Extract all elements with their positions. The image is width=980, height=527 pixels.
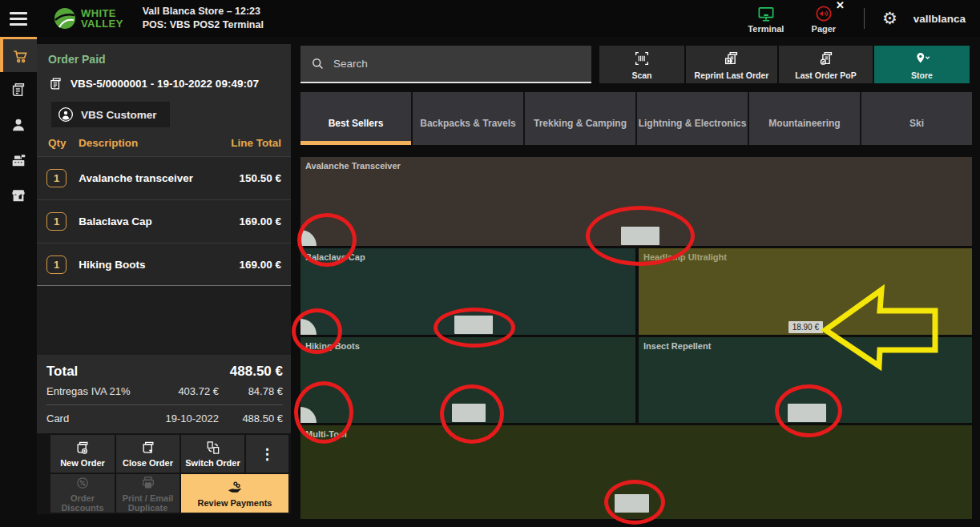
col-line-total: Line Total (231, 137, 281, 149)
tab-ski[interactable]: Ski (861, 92, 972, 145)
order-line-item[interactable]: 1 Hiking Boots 169.00 € (37, 243, 291, 286)
order-status: Order Paid (48, 53, 281, 66)
folded-corner (300, 407, 317, 423)
pager-icon (815, 5, 833, 22)
rail-item-store[interactable] (0, 178, 37, 213)
shop-icon (10, 187, 27, 204)
rail-item-cart[interactable] (0, 37, 37, 72)
order-reference-text: VBS-5/0000001 - 19-10-2022 09:49:07 (71, 78, 259, 90)
more-actions-button[interactable]: ⋮ (246, 435, 288, 473)
item-line-total: 150.50 € (239, 172, 281, 184)
switch-order-button[interactable]: Switch Order (181, 435, 244, 473)
search-bar[interactable] (300, 46, 591, 83)
order-pop-icon (817, 50, 835, 67)
product-tile-balaclava-cap[interactable]: Balaclava Cap (300, 248, 635, 335)
location-pin-icon (913, 50, 931, 67)
image-placeholder (454, 316, 493, 334)
receipt-icon (10, 81, 27, 99)
terminal-label: Terminal (748, 24, 784, 34)
print-email-duplicate-button[interactable]: Print / Email Duplicate (116, 474, 179, 513)
reprint-receipt-icon (723, 50, 740, 67)
rail-item-orders[interactable] (0, 72, 37, 107)
product-name: Headlamp Ultralight (643, 252, 727, 262)
qty-badge: 1 (46, 255, 67, 274)
payment-amount: 488.50 € (219, 412, 283, 424)
barcode-scan-icon (633, 50, 651, 67)
product-name: Insect Repellent (643, 341, 711, 351)
cart-icon (11, 47, 29, 65)
topbar-divider (864, 8, 865, 29)
col-qty: Qty (48, 137, 79, 149)
terminal-icon (757, 6, 775, 22)
main-area: Scan Reprint Last Order Last Order PoP S… (300, 37, 972, 527)
tab-best-sellers[interactable]: Best Sellers (300, 92, 413, 145)
search-input[interactable] (333, 58, 581, 70)
review-payments-button[interactable]: Review Payments (181, 474, 288, 513)
new-order-icon (75, 440, 91, 456)
product-tile-insect-repellent[interactable]: Insect Repellent (639, 337, 972, 423)
rail-item-customers[interactable] (0, 107, 37, 143)
discount-icon (75, 475, 91, 491)
terminal-button[interactable]: Terminal (737, 0, 795, 37)
last-order-pop-button[interactable]: Last Order PoP (779, 46, 873, 83)
qty-badge: 1 (46, 212, 67, 231)
tab-backpacks-travels[interactable]: Backpacks & Travels (413, 92, 525, 145)
order-line-item[interactable]: 1 Avalanche transceiver 150.50 € (37, 156, 291, 199)
item-name: Avalanche transceiver (79, 172, 239, 184)
category-tabs: Best Sellers Backpacks & Travels Trekkin… (300, 92, 972, 145)
customer-chip[interactable]: VBS Customer (51, 102, 170, 127)
product-tile-multi-tool[interactable]: Multi-Tool (300, 425, 972, 519)
product-name: Balaclava Cap (305, 252, 365, 262)
reprint-last-order-button[interactable]: Reprint Last Order (686, 46, 777, 83)
pager-label: Pager (812, 24, 837, 34)
close-order-button[interactable]: Close Order (116, 435, 179, 473)
product-tile-avalanche-transceiver[interactable]: Avalanche Transceiver (300, 157, 972, 246)
folded-corner (300, 230, 317, 246)
tax-label: Entregas IVA 21% (46, 385, 142, 397)
settings-gear-icon[interactable]: ⚙ (882, 9, 897, 28)
order-items: 1 Avalanche transceiver 150.50 € 1 Balac… (37, 156, 291, 286)
item-line-total: 169.00 € (239, 215, 281, 227)
product-tile-headlamp-ultralight[interactable]: Headlamp Ultralight 18.90 € (639, 248, 972, 335)
username[interactable]: vallblanca (913, 13, 966, 25)
image-placeholder (788, 404, 826, 422)
price-tag: 18.90 € (788, 321, 823, 333)
order-discounts-button[interactable]: Order Discounts (50, 474, 115, 513)
close-order-icon (140, 440, 156, 456)
item-line-total: 169.00 € (239, 259, 281, 271)
image-placeholder (452, 404, 486, 422)
customer-name: VBS Customer (81, 109, 157, 121)
product-name: Multi-Tool (305, 429, 347, 439)
more-icon: ⋮ (260, 449, 275, 459)
payment-date: 19-10-2022 (142, 412, 219, 424)
tab-mountaineering[interactable]: Mountaineering (749, 92, 861, 145)
tab-lightning-electronics[interactable]: Lightning & Electronics (637, 92, 749, 145)
brand-name: WHITEVALLEY (81, 8, 123, 29)
scan-button[interactable]: Scan (599, 46, 684, 83)
item-name: Balaclava Cap (79, 215, 239, 227)
hand-coins-icon (227, 480, 243, 496)
close-icon[interactable]: ✕ (836, 0, 845, 11)
tab-trekking-camping[interactable]: Trekking & Camping (525, 92, 637, 145)
order-empty-space (37, 286, 291, 355)
order-line-item[interactable]: 1 Balaclava Cap 169.00 € (37, 199, 291, 243)
rail-item-register[interactable] (0, 143, 37, 178)
receipt-icon (48, 76, 63, 91)
total-label: Total (46, 364, 78, 380)
product-name: Hiking Boots (305, 341, 360, 351)
pager-button[interactable]: ✕ Pager (795, 0, 853, 37)
order-reference: VBS-5/0000001 - 19-10-2022 09:49:07 (48, 76, 281, 91)
order-actions: New Order Close Order Switch Order ⋮ Ord… (37, 433, 291, 514)
payment-method: Card (46, 412, 142, 424)
new-order-button[interactable]: New Order (50, 435, 115, 473)
store-selector-button[interactable]: Store (874, 46, 970, 83)
brand-globe-icon (53, 6, 77, 30)
menu-icon[interactable] (0, 12, 37, 26)
switch-order-icon (205, 440, 221, 456)
store-info: Vall Blanca Store – 12:23 POS: VBS POS2 … (143, 5, 264, 32)
product-tile-hiking-boots[interactable]: Hiking Boots (300, 337, 635, 423)
total-value: 488.50 € (230, 364, 283, 380)
register-icon (10, 151, 27, 169)
store-title: Vall Blanca Store – 12:23 (143, 5, 264, 18)
folded-corner (300, 319, 317, 335)
